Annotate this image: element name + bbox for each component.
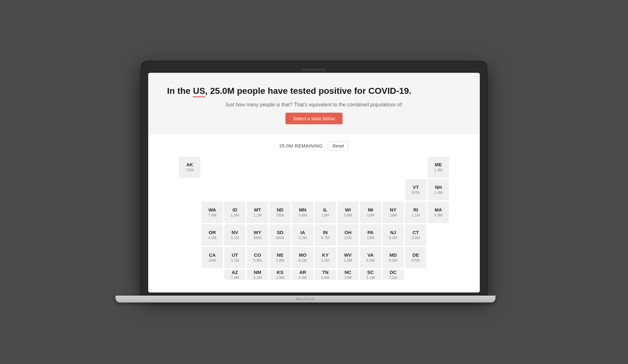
- state-pop: 6.8M: [321, 276, 330, 280]
- empty-cell-6-11: [405, 270, 426, 280]
- state-cell-vt[interactable]: VT620k: [405, 179, 426, 201]
- state-pop: 5.1M: [366, 276, 375, 280]
- state-cell-sc[interactable]: SC5.1M: [360, 270, 381, 280]
- state-cell-wv[interactable]: WV1.8M: [337, 247, 359, 268]
- state-cell-nv[interactable]: NV3.1M: [224, 224, 246, 246]
- state-cell-in[interactable]: IN6.7M: [315, 224, 336, 246]
- state-pop: 1.3M: [434, 168, 443, 172]
- state-abbr: NV: [232, 230, 238, 235]
- state-cell-nc[interactable]: NC10M: [337, 270, 359, 280]
- state-abbr: CO: [254, 252, 261, 258]
- state-cell-sd[interactable]: SD880k: [269, 224, 291, 246]
- empty-cell-6-1: [179, 270, 200, 280]
- empty-cell-2-7: [315, 179, 336, 201]
- state-abbr: NE: [277, 252, 284, 258]
- state-abbr: NJ: [390, 230, 396, 235]
- state-cell-ak[interactable]: AK730k: [179, 157, 200, 178]
- state-cell-co[interactable]: CO5.8M: [247, 247, 268, 268]
- empty-cell-2-9: [360, 179, 381, 201]
- state-cell-nd[interactable]: ND760k: [269, 202, 291, 223]
- state-pop: 6.9M: [434, 213, 443, 217]
- state-abbr: AR: [299, 270, 306, 275]
- state-abbr: WA: [208, 207, 216, 212]
- empty-cell-2-5: [269, 179, 291, 201]
- state-abbr: NH: [435, 185, 442, 190]
- state-cell-mi[interactable]: MI10M: [360, 202, 381, 223]
- state-cell-ca[interactable]: CA40M: [202, 247, 223, 268]
- state-abbr: ND: [277, 207, 284, 212]
- empty-cell-6-2: [202, 270, 223, 280]
- state-cell-oh[interactable]: OH12M: [337, 224, 359, 246]
- state-cell-ny[interactable]: NY19M: [382, 202, 404, 223]
- state-abbr: WV: [344, 252, 352, 258]
- empty-cell-1-9: [360, 157, 381, 178]
- state-abbr: AK: [186, 162, 193, 167]
- empty-cell-3-1: [179, 202, 200, 223]
- state-cell-mo[interactable]: MO6.1M: [292, 247, 313, 268]
- title-location: US: [193, 86, 205, 97]
- state-abbr: NM: [254, 270, 261, 275]
- state-cell-nj[interactable]: NJ8.9M: [382, 224, 404, 246]
- state-abbr: ME: [435, 162, 442, 167]
- state-pop: 1.1M: [412, 213, 420, 217]
- state-cell-me[interactable]: ME1.3M: [428, 157, 449, 178]
- laptop-bezel: In the US, 25.0M people have tested posi…: [141, 62, 487, 295]
- state-abbr: CT: [413, 230, 419, 235]
- state-cell-nh[interactable]: NH1.4M: [428, 179, 449, 201]
- state-cell-dc[interactable]: DC710k: [382, 270, 404, 280]
- state-pop: 3.0M: [299, 276, 307, 280]
- state-cell-mt[interactable]: MT1.1M: [247, 202, 268, 223]
- state-cell-ky[interactable]: KY4.5M: [315, 247, 336, 268]
- select-state-button[interactable]: Select a state below: [285, 113, 343, 124]
- state-cell-md[interactable]: MD6.0M: [382, 247, 404, 268]
- state-cell-ma[interactable]: MA6.9M: [428, 202, 449, 223]
- main-title: In the US, 25.0M people have tested posi…: [167, 85, 461, 97]
- state-abbr: MN: [299, 207, 306, 212]
- state-cell-wy[interactable]: WY580k: [247, 224, 268, 246]
- state-cell-ia[interactable]: IA3.2M: [292, 224, 313, 246]
- state-pop: 3.2M: [231, 258, 239, 263]
- state-cell-ar[interactable]: AR3.0M: [292, 270, 313, 280]
- reset-button[interactable]: Reset: [328, 142, 349, 150]
- state-cell-ne[interactable]: NE1.9M: [269, 247, 291, 268]
- state-pop: 10M: [367, 213, 374, 217]
- state-abbr: OR: [209, 230, 216, 235]
- state-cell-va[interactable]: VA8.5M: [360, 247, 381, 268]
- state-cell-tn[interactable]: TN6.8M: [315, 270, 336, 280]
- state-cell-ct[interactable]: CT3.6M: [405, 224, 426, 246]
- state-cell-ks[interactable]: KS2.9M: [269, 270, 291, 280]
- state-cell-wi[interactable]: WI5.8M: [337, 202, 359, 223]
- state-cell-or[interactable]: OR4.2M: [202, 224, 223, 246]
- state-pop: 6.0M: [389, 258, 398, 263]
- state-pop: 3.1M: [231, 236, 239, 240]
- state-abbr: KY: [322, 252, 329, 258]
- laptop-notch: [301, 68, 327, 71]
- state-cell-az[interactable]: AZ7.3M: [224, 270, 246, 280]
- empty-cell-1-4: [247, 157, 268, 178]
- state-cell-il[interactable]: IL13M: [315, 202, 336, 223]
- map-header: 25.0M REMAINING Reset: [161, 142, 467, 150]
- state-cell-nm[interactable]: NM2.1M: [247, 270, 268, 280]
- state-pop: 580k: [253, 236, 262, 240]
- state-pop: 6.7M: [321, 236, 330, 240]
- state-pop: 4.2M: [208, 236, 217, 240]
- state-abbr: IN: [323, 230, 328, 235]
- state-cell-de[interactable]: DE970k: [405, 247, 426, 268]
- empty-cell-4-1: [179, 224, 200, 246]
- state-pop: 3.2M: [299, 236, 307, 240]
- state-pop: 12M: [344, 236, 351, 240]
- state-cell-wa[interactable]: WA7.6M: [202, 202, 223, 223]
- empty-cell-2-3: [224, 179, 246, 201]
- state-abbr: MD: [389, 252, 397, 258]
- remaining-text: 25.0M REMAINING: [279, 143, 323, 148]
- state-cell-id[interactable]: ID1.8M: [224, 202, 246, 223]
- state-pop: 3.6M: [412, 236, 420, 240]
- state-cell-mn[interactable]: MN5.6M: [292, 202, 313, 223]
- state-cell-pa[interactable]: PA13M: [360, 224, 381, 246]
- state-pop: 13M: [367, 236, 374, 240]
- laptop-base: MacBook: [116, 296, 495, 302]
- state-cell-ri[interactable]: RI1.1M: [405, 202, 426, 223]
- state-abbr: MO: [299, 252, 306, 258]
- state-cell-ut[interactable]: UT3.2M: [224, 247, 246, 268]
- state-abbr: WI: [345, 207, 351, 212]
